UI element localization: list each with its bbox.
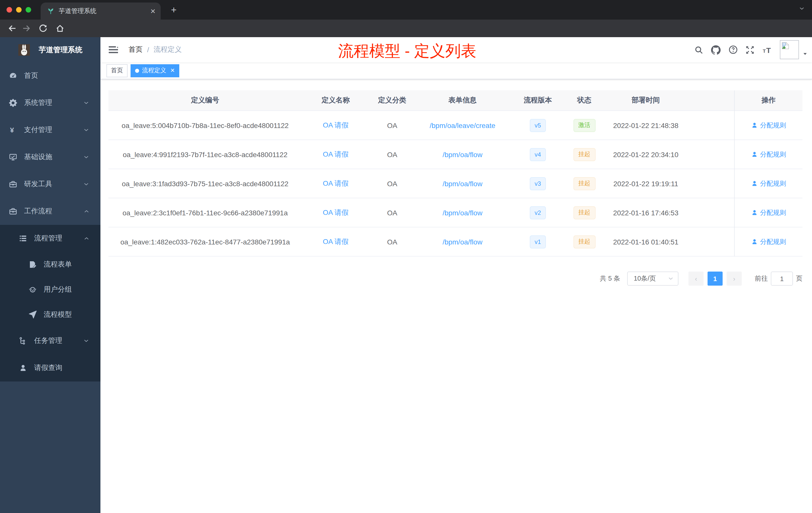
sidebar-item-系统管理[interactable]: 系统管理 bbox=[0, 89, 100, 117]
definition-name-link[interactable]: OA 请假 bbox=[323, 150, 349, 159]
definition-name-link[interactable]: OA 请假 bbox=[323, 179, 349, 188]
cell-definition-category: OA bbox=[370, 198, 415, 227]
tab-search-chevron-icon[interactable] bbox=[799, 5, 805, 11]
cell-form-info[interactable]: /bpm/oa/leave/create bbox=[415, 111, 510, 140]
tab-close-icon[interactable]: ✕ bbox=[150, 7, 156, 15]
cell-definition-name[interactable]: OA 请假 bbox=[302, 111, 370, 140]
list-icon bbox=[19, 234, 27, 242]
status-badge: 挂起 bbox=[573, 148, 595, 161]
tag-流程定义[interactable]: 流程定义✕ bbox=[130, 64, 179, 77]
browser-tab[interactable]: 芋道管理系统 ✕ bbox=[41, 2, 161, 20]
sidebar-collapse-icon[interactable] bbox=[108, 45, 118, 54]
avatar-dropdown-icon[interactable] bbox=[803, 52, 808, 57]
browser-window: 芋道管理系统 ✕ + 不安全 dashboard.yudao.iocoder.c… bbox=[0, 0, 812, 513]
page-size-value: 10条/页 bbox=[634, 274, 656, 283]
cell-deploy-time: 2022-01-22 19:19:11 bbox=[603, 169, 689, 198]
form-info-link[interactable]: /bpm/oa/flow bbox=[443, 238, 483, 246]
form-info-link[interactable]: /bpm/oa/flow bbox=[443, 179, 483, 187]
cell-definition-name[interactable]: OA 请假 bbox=[302, 169, 370, 198]
assign-rule-label: 分配规则 bbox=[760, 179, 786, 188]
assign-rule-link[interactable]: 分配规则 bbox=[751, 121, 786, 130]
prev-page-button[interactable]: ‹ bbox=[689, 272, 703, 285]
status-badge: 挂起 bbox=[573, 235, 595, 248]
column-header-action: 操作 bbox=[735, 90, 803, 111]
sidebar-item-label: 基础设施 bbox=[24, 153, 52, 162]
sidebar-item-工作流程[interactable]: 工作流程 bbox=[0, 198, 100, 225]
assign-user-icon bbox=[751, 209, 757, 216]
definition-name-link[interactable]: OA 请假 bbox=[323, 121, 349, 130]
cell-form-info[interactable]: /bpm/oa/flow bbox=[415, 140, 510, 169]
cell-actions: 分配规则 bbox=[735, 111, 803, 140]
sidebar-item-流程表单[interactable]: 流程表单 bbox=[0, 252, 100, 277]
goto-page-input[interactable] bbox=[771, 272, 793, 285]
sidebar-item-label: 请假查询 bbox=[34, 363, 62, 372]
goto-label: 前往 bbox=[755, 274, 768, 283]
sidebar-item-研发工具[interactable]: 研发工具 bbox=[0, 171, 100, 198]
sidebar-item-label: 支付管理 bbox=[24, 125, 52, 134]
version-badge: v4 bbox=[529, 148, 546, 161]
cell-definition-name[interactable]: OA 请假 bbox=[302, 228, 370, 256]
tab-favicon-icon bbox=[47, 7, 55, 15]
cell-definition-name[interactable]: OA 请假 bbox=[302, 198, 370, 227]
cell-status: 挂起 bbox=[566, 198, 603, 227]
svg-text:¥: ¥ bbox=[10, 126, 14, 134]
search-icon[interactable] bbox=[695, 46, 703, 54]
next-page-button[interactable]: › bbox=[727, 272, 742, 285]
page-number-1[interactable]: 1 bbox=[707, 272, 723, 285]
sidebar-item-首页[interactable]: 首页 bbox=[0, 62, 100, 89]
form-info-link[interactable]: /bpm/oa/flow bbox=[443, 209, 483, 217]
cell-definition-id: oa_leave:1:482ec033-762a-11ec-8477-a2380… bbox=[109, 228, 302, 256]
font-size-icon[interactable]: TT bbox=[762, 46, 772, 54]
assign-rule-label: 分配规则 bbox=[760, 237, 786, 246]
form-info-link[interactable]: /bpm/oa/leave/create bbox=[430, 121, 495, 129]
tag-首页[interactable]: 首页 bbox=[107, 64, 127, 77]
page-suffix: 页 bbox=[796, 274, 803, 283]
breadcrumb-separator: / bbox=[147, 46, 149, 54]
definition-name-link[interactable]: OA 请假 bbox=[323, 208, 349, 217]
chevron-down-icon bbox=[83, 154, 89, 160]
cell-form-info[interactable]: /bpm/oa/flow bbox=[415, 169, 510, 198]
sidebar-logo[interactable]: 芋道管理系统 bbox=[0, 37, 100, 62]
assign-rule-link[interactable]: 分配规则 bbox=[751, 150, 786, 159]
back-icon[interactable] bbox=[8, 24, 17, 33]
new-tab-button[interactable]: + bbox=[168, 4, 180, 16]
sidebar-item-流程模型[interactable]: 流程模型 bbox=[0, 302, 100, 327]
assign-rule-link[interactable]: 分配规则 bbox=[751, 179, 786, 188]
window-zoom-button[interactable] bbox=[26, 7, 31, 12]
cell-status: 挂起 bbox=[566, 228, 603, 256]
sidebar-menu: 首页系统管理¥支付管理基础设施研发工具工作流程流程管理流程表单用户分组流程模型任… bbox=[0, 62, 100, 513]
sidebar-item-支付管理[interactable]: ¥支付管理 bbox=[0, 117, 100, 144]
sidebar-item-基础设施[interactable]: 基础设施 bbox=[0, 144, 100, 171]
definition-name-link[interactable]: OA 请假 bbox=[323, 237, 349, 246]
window-close-button[interactable] bbox=[6, 7, 12, 12]
cell-form-info[interactable]: /bpm/oa/flow bbox=[415, 198, 510, 227]
select-chevron-icon bbox=[668, 276, 674, 281]
home-icon[interactable] bbox=[56, 24, 64, 33]
row-filler bbox=[689, 228, 735, 256]
form-info-link[interactable]: /bpm/oa/flow bbox=[443, 150, 483, 158]
avatar[interactable] bbox=[780, 40, 799, 59]
cell-deploy-time: 2022-01-22 20:34:10 bbox=[603, 140, 689, 169]
assign-rule-link[interactable]: 分配规则 bbox=[751, 208, 786, 217]
sidebar-item-用户分组[interactable]: 用户分组 bbox=[0, 277, 100, 302]
tag-close-icon[interactable]: ✕ bbox=[170, 67, 175, 74]
fullscreen-icon[interactable] bbox=[746, 46, 754, 54]
cell-form-info[interactable]: /bpm/oa/flow bbox=[415, 228, 510, 256]
cell-status: 挂起 bbox=[566, 169, 603, 198]
github-icon[interactable] bbox=[711, 45, 721, 55]
version-badge: v5 bbox=[529, 119, 546, 132]
reload-icon[interactable] bbox=[39, 24, 47, 33]
assign-rule-link[interactable]: 分配规则 bbox=[751, 237, 786, 246]
person-icon bbox=[19, 364, 27, 372]
column-header-status: 状态 bbox=[566, 90, 603, 111]
page-size-select[interactable]: 10条/页 bbox=[627, 272, 678, 285]
help-icon[interactable] bbox=[729, 45, 738, 54]
sidebar-item-流程管理[interactable]: 流程管理 bbox=[0, 225, 100, 252]
cell-definition-name[interactable]: OA 请假 bbox=[302, 140, 370, 169]
breadcrumb-home[interactable]: 首页 bbox=[128, 45, 143, 54]
window-minimize-button[interactable] bbox=[16, 7, 22, 12]
cell-status: 激活 bbox=[566, 111, 603, 140]
sidebar-item-任务管理[interactable]: 任务管理 bbox=[0, 327, 100, 354]
sidebar-item-请假查询[interactable]: 请假查询 bbox=[0, 354, 100, 382]
top-navbar: 首页 / 流程定义 流程模型 - 定义列表 TT bbox=[100, 37, 812, 62]
